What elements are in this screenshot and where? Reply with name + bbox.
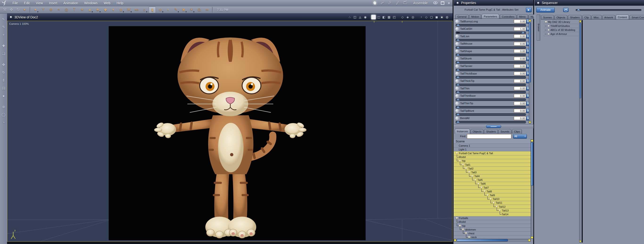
- animate-toggle-button[interactable]: Animate: [536, 7, 555, 12]
- expand-triangle-icon[interactable]: [459, 225, 461, 226]
- scene-tree-row[interactable]: Tail7: [454, 186, 530, 190]
- scene-tree-row[interactable]: Tail2: [454, 167, 530, 170]
- stepper-up-icon[interactable]: [527, 35, 529, 36]
- rotate-icon[interactable]: ↻: [1, 70, 6, 76]
- stepper-up-icon[interactable]: [527, 20, 529, 21]
- next-attributes-button[interactable]: ▶: [526, 7, 532, 12]
- expand-triangle-icon[interactable]: [465, 168, 467, 169]
- menu-view[interactable]: View: [33, 1, 46, 5]
- rock-icon[interactable]: ◆: [102, 6, 109, 13]
- parameter-slider[interactable]: [456, 69, 526, 71]
- browser-tab-shaders[interactable]: Shaders: [568, 15, 582, 20]
- gear-icon[interactable]: [456, 65, 458, 68]
- collapse-orb-icon[interactable]: [10, 16, 12, 18]
- stepper-up-icon[interactable]: [527, 80, 529, 81]
- expand-triangle-icon[interactable]: [496, 206, 498, 208]
- scene-tree-row[interactable]: Tail14: [454, 212, 530, 216]
- slider-thumb[interactable]: [456, 106, 460, 108]
- scene-tree-row[interactable]: Furballs: [454, 216, 530, 220]
- fountain-icon[interactable]: ψ: [118, 6, 124, 13]
- browser-tab-misc-[interactable]: Misc.: [592, 15, 602, 20]
- stepper-up-icon[interactable]: [527, 95, 529, 96]
- parameter-slider[interactable]: [456, 46, 526, 49]
- terrain-icon[interactable]: ▲: [86, 6, 93, 13]
- stepper-down-icon[interactable]: [527, 29, 529, 30]
- scene-tree-row[interactable]: Model: [454, 155, 530, 159]
- hand-tool-icon[interactable]: ✥: [8, 7, 14, 13]
- tab-parameters[interactable]: Parameters: [482, 14, 499, 19]
- collapse-triangle-icon[interactable]: [548, 33, 550, 35]
- scene-tree-hscrollbar[interactable]: [454, 239, 530, 242]
- browser-tab-content[interactable]: Content: [616, 14, 629, 20]
- slider-thumb[interactable]: [456, 46, 460, 48]
- scene-tree-row[interactable]: Furball Cat Tame PugC & Tail: [454, 151, 530, 155]
- scene-tree-row[interactable]: Camera 1: [454, 144, 530, 148]
- expand-triangle-icon[interactable]: [483, 190, 486, 192]
- stepper-down-icon[interactable]: [527, 118, 529, 119]
- gear-icon[interactable]: [456, 80, 458, 82]
- parameter-value-field[interactable]: 0.00: [514, 42, 526, 46]
- time-slider[interactable]: [576, 9, 642, 11]
- parameter-slider[interactable]: [456, 32, 526, 34]
- expand-triangle-icon[interactable]: [456, 152, 458, 154]
- gear-icon[interactable]: [456, 94, 458, 97]
- stepper-up-icon[interactable]: [527, 117, 529, 118]
- scene-tree-row[interactable]: chest: [454, 232, 530, 235]
- slider-thumb[interactable]: [456, 69, 460, 71]
- production-frame-icon[interactable]: ◉: [363, 15, 368, 19]
- wand-icon[interactable]: ✚: [1, 44, 6, 50]
- gouraud-mode-icon[interactable]: ◼: [434, 15, 439, 19]
- find-filter-dropdown[interactable]: All »: [513, 134, 527, 138]
- bone-icon[interactable]: ∞: [204, 6, 210, 13]
- gear-icon[interactable]: [456, 110, 458, 112]
- browser-tab-scenes[interactable]: Scenes: [541, 15, 554, 20]
- layout-l-shape-icon[interactable]: ◰: [392, 15, 396, 19]
- browser-side-tab[interactable]: Browser: [537, 14, 540, 40]
- parameter-value-field[interactable]: 0.00: [514, 49, 526, 53]
- layout-three-pane-icon[interactable]: ◧: [382, 15, 386, 19]
- stepper-down-icon[interactable]: [527, 81, 529, 82]
- expand-triangle-icon[interactable]: [462, 229, 464, 230]
- browser-tab-artwork[interactable]: Artwork: [602, 15, 615, 20]
- slider-thumb[interactable]: [456, 121, 460, 123]
- particles-icon[interactable]: ∗: [79, 6, 85, 13]
- splitter-handle[interactable]: [486, 125, 501, 128]
- stepper-down-icon[interactable]: [527, 51, 529, 52]
- scene-tree-row[interactable]: Tail9: [454, 193, 530, 197]
- rotate-tool-icon[interactable]: ↻: [14, 7, 21, 13]
- stepper-up-icon[interactable]: [527, 65, 529, 66]
- menu-help[interactable]: Help: [114, 1, 126, 5]
- scene-tree-row[interactable]: Tail12: [454, 205, 530, 209]
- render-room-icon[interactable]: [403, 0, 408, 6]
- parameter-value-field[interactable]: 0.00: [514, 57, 526, 60]
- expand-triangle-icon[interactable]: [489, 198, 492, 200]
- vase-primitive-icon[interactable]: Y: [40, 6, 46, 13]
- textured-mode-icon[interactable]: ◍: [445, 15, 449, 19]
- collapse-triangle-icon[interactable]: [548, 25, 550, 27]
- expand-triangle-icon[interactable]: [492, 202, 495, 204]
- spiral-object-icon[interactable]: ◎: [63, 6, 70, 13]
- text-object-icon[interactable]: T: [71, 6, 78, 13]
- teeth-icon[interactable]: ω: [157, 6, 164, 13]
- expand-triangle-icon[interactable]: [486, 194, 489, 196]
- stepper-up-icon[interactable]: [527, 87, 529, 88]
- layout-two-pane-icon[interactable]: ◫: [376, 15, 381, 19]
- expand-triangle-icon[interactable]: [459, 160, 461, 162]
- expand-triangle-icon[interactable]: [477, 183, 480, 184]
- flat-mode-icon[interactable]: ▢: [429, 15, 434, 19]
- stepper-down-icon[interactable]: [527, 74, 529, 74]
- content-tree-row[interactable]: My DAZ 3D Library: [543, 20, 579, 24]
- wireframe-mode-icon[interactable]: ◇: [424, 15, 428, 19]
- scene-tree-row[interactable]: neck: [454, 236, 530, 239]
- stepper-up-icon[interactable]: [527, 50, 529, 51]
- tab-instances[interactable]: Instances: [455, 129, 470, 134]
- parameter-value-field[interactable]: 0.00: [514, 94, 526, 98]
- parameter-slider[interactable]: [456, 106, 526, 108]
- content-tree-row[interactable]: ABCs of 3D Modeling: [543, 28, 579, 32]
- parameter-value-field[interactable]: 0.00: [514, 34, 526, 38]
- parameter-value-field[interactable]: 0.00: [514, 64, 526, 68]
- slider-thumb[interactable]: [456, 91, 460, 93]
- parameter-value-field[interactable]: 0.00: [514, 109, 526, 112]
- slider-thumb[interactable]: [456, 24, 460, 26]
- projection-persp-icon[interactable]: ◈: [406, 15, 410, 19]
